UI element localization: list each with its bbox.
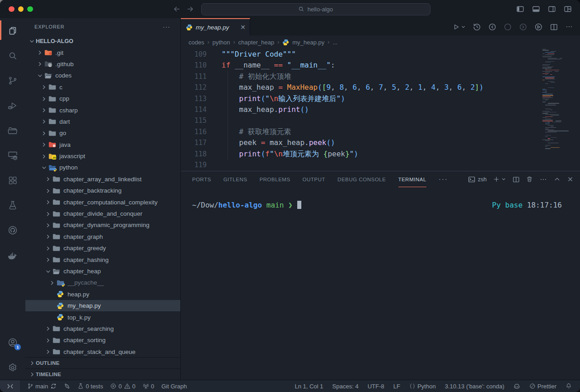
terminal[interactable]: ~/Dow/hello-algo main ❯ Py base 18:17:16 xyxy=(181,187,580,380)
status-gitlens[interactable] xyxy=(60,380,74,392)
minimize-window-button[interactable] xyxy=(18,6,24,12)
run-above-icon[interactable] xyxy=(534,23,543,31)
navigate-forward-icon[interactable] xyxy=(186,5,195,14)
tree-item-chapter-hashing[interactable]: chapter_hashing xyxy=(25,254,180,265)
tree-item-chapter-sorting[interactable]: chapter_sorting xyxy=(25,334,180,346)
activity-github-icon[interactable] xyxy=(0,218,25,242)
toggle-panel-icon[interactable] xyxy=(532,5,540,13)
activity-file-browser-icon[interactable] xyxy=(0,118,25,143)
maximize-panel-icon[interactable] xyxy=(554,176,561,183)
status-git-graph[interactable]: Git Graph xyxy=(158,380,190,392)
tree-item-chapter-heap[interactable]: chapter_heap xyxy=(25,266,180,277)
status-git-branch[interactable]: main xyxy=(24,380,60,392)
tree-item-heap-py[interactable]: heap.py xyxy=(25,289,180,300)
status-notifications[interactable] xyxy=(561,383,576,389)
activity-extensions-icon[interactable] xyxy=(0,168,25,193)
code-editor[interactable]: 109"""Driver Code"""110if __name__ == "_… xyxy=(181,49,580,171)
explorer-actions-icon[interactable]: ··· xyxy=(163,23,170,30)
remote-indicator[interactable] xyxy=(0,380,20,392)
tree-item-java[interactable]: java xyxy=(25,139,180,150)
status-copilot[interactable] xyxy=(509,383,525,390)
panel-tab-debug-console[interactable]: DEBUG CONSOLE xyxy=(338,171,386,187)
command-center-search[interactable]: hello-algo xyxy=(201,3,430,15)
panel-more-tabs-icon[interactable]: ··· xyxy=(439,175,448,184)
tree-item-codes[interactable]: codes xyxy=(25,70,180,81)
file-history-icon[interactable] xyxy=(473,23,481,31)
tree-item-chapter-graph[interactable]: chapter_graph xyxy=(25,231,180,242)
panel-tab-gitlens[interactable]: GITLENS xyxy=(223,171,247,187)
status-eol[interactable]: LF xyxy=(389,383,405,390)
status-cursor-position[interactable]: Ln 1, Col 1 xyxy=(290,383,328,390)
activity-explorer-icon[interactable] xyxy=(0,18,25,43)
nav-circle-icon[interactable] xyxy=(503,23,512,31)
tree-item-go[interactable]: go xyxy=(25,127,180,139)
toggle-secondary-sidebar-icon[interactable] xyxy=(548,5,556,13)
timeline-section[interactable]: TIMELINE xyxy=(25,368,180,380)
breadcrumb-chapter-heap[interactable]: chapter_heap xyxy=(238,39,275,46)
activity-settings-icon[interactable] xyxy=(0,355,25,380)
nav-circle-right-icon[interactable] xyxy=(519,23,527,31)
tree-item-chapter-stack-and-queue[interactable]: chapter_stack_and_queue xyxy=(25,346,180,357)
toggle-sidebar-icon[interactable] xyxy=(516,5,524,13)
tree-item-chapter-searching[interactable]: chapter_searching xyxy=(25,323,180,334)
status-ports[interactable]: 0 xyxy=(139,380,158,392)
tree-item-javascript[interactable]: JSjavascript xyxy=(25,150,180,162)
close-window-button[interactable] xyxy=(9,6,14,12)
activity-search-icon[interactable] xyxy=(0,43,25,68)
tree-item-chapter-computational-complexity[interactable]: chapter_computational_complexity xyxy=(25,196,180,208)
tree-root-hello-algo[interactable]: HELLO-ALGO xyxy=(25,35,180,47)
tree-item-chapter-array-and-linkedlist[interactable]: chapter_array_and_linkedlist xyxy=(25,174,180,185)
tree-item--pycache-[interactable]: __pycache__ xyxy=(25,277,180,288)
split-editor-icon[interactable] xyxy=(550,23,558,31)
status-prettier[interactable]: Prettier xyxy=(525,383,561,390)
tree-item--git[interactable]: .git xyxy=(25,47,180,58)
breadcrumb--[interactable]: ... xyxy=(333,39,338,46)
status-indentation[interactable]: Spaces: 4 xyxy=(328,383,363,390)
tree-item-my-heap-py[interactable]: my_heap.py xyxy=(25,300,180,311)
panel-tab-output[interactable]: OUTPUT xyxy=(303,171,325,187)
run-python-file-icon[interactable] xyxy=(452,23,466,31)
tree-item-c[interactable]: c xyxy=(25,82,180,93)
customize-layout-icon[interactable] xyxy=(564,5,572,13)
activity-account-icon[interactable]: 1 xyxy=(0,330,25,355)
zoom-window-button[interactable] xyxy=(27,6,33,12)
tree-item-chapter-dynamic-programming[interactable]: chapter_dynamic_programming xyxy=(25,219,180,231)
panel-more-actions-icon[interactable] xyxy=(539,175,547,184)
tree-item-csharp[interactable]: csharp xyxy=(25,104,180,116)
new-terminal-button[interactable] xyxy=(493,176,506,183)
panel-tab-problems[interactable]: PROBLEMS xyxy=(260,171,290,187)
panel-tab-terminal[interactable]: TERMINAL xyxy=(398,171,426,187)
status-encoding[interactable]: UTF-8 xyxy=(363,383,389,390)
breadcrumb-codes[interactable]: codes xyxy=(188,39,204,46)
navigate-back-icon[interactable] xyxy=(172,5,181,14)
tree-item-chapter-backtracking[interactable]: chapter_backtracking xyxy=(25,185,180,196)
close-panel-icon[interactable] xyxy=(567,176,574,183)
activity-testing-icon[interactable] xyxy=(0,193,25,218)
terminal-shell-chip[interactable]: zsh xyxy=(468,176,487,183)
tree-item-dart[interactable]: dart xyxy=(25,116,180,127)
tree-item-chapter-divide-and-conquer[interactable]: chapter_divide_and_conquer xyxy=(25,208,180,219)
activity-remote-explorer-icon[interactable] xyxy=(0,143,25,168)
split-terminal-icon[interactable] xyxy=(512,176,520,183)
tab-my-heap[interactable]: my_heap.py ✕ xyxy=(181,18,250,35)
tree-item-chapter-greedy[interactable]: chapter_greedy xyxy=(25,242,180,254)
status-python-interpreter[interactable]: 3.10.13 ('base': conda) xyxy=(440,383,509,390)
minimap[interactable] xyxy=(541,49,578,149)
activity-source-control-icon[interactable] xyxy=(0,68,25,93)
status-language-mode[interactable]: Python xyxy=(405,383,440,390)
activity-run-debug-icon[interactable] xyxy=(0,93,25,118)
status-tests[interactable]: 0 tests xyxy=(74,380,106,392)
tree-item-top-k-py[interactable]: top_k.py xyxy=(25,311,180,323)
status-problems[interactable]: 00 xyxy=(106,380,139,392)
panel-tab-ports[interactable]: PORTS xyxy=(192,171,211,187)
breadcrumb-python[interactable]: python xyxy=(213,39,230,46)
tree-item-python[interactable]: python xyxy=(25,162,180,173)
more-actions-icon[interactable] xyxy=(565,23,573,31)
kill-terminal-icon[interactable] xyxy=(526,176,533,183)
outline-section[interactable]: OUTLINE xyxy=(25,357,180,368)
back-circle-icon[interactable] xyxy=(488,23,497,31)
tab-close-icon[interactable]: ✕ xyxy=(240,24,246,31)
tree-item-cpp[interactable]: cpp xyxy=(25,93,180,104)
activity-docker-icon[interactable] xyxy=(0,242,25,267)
tree-item--github[interactable]: .github xyxy=(25,58,180,70)
